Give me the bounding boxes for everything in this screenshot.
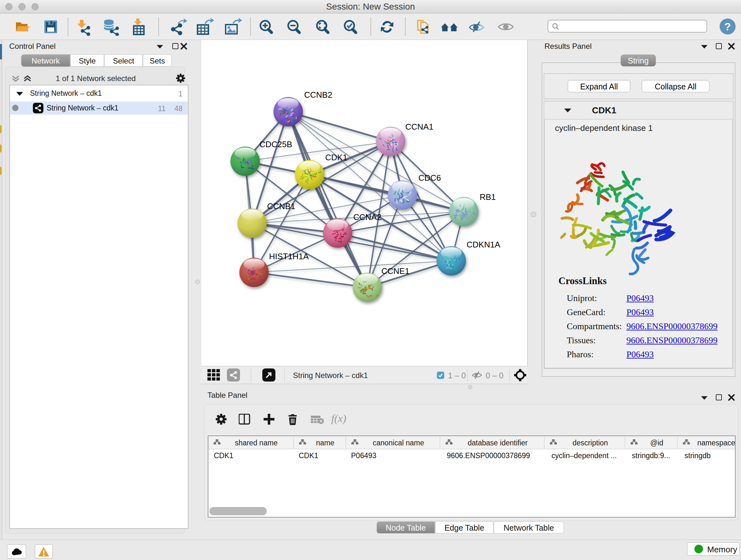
svg-text:CCNB1: CCNB1 [267,201,295,211]
svg-text:RB1: RB1 [480,192,496,202]
svg-text:HIST1H1A: HIST1H1A [269,252,309,261]
svg-text:CDC25B: CDC25B [259,139,292,149]
svg-text:CCNE1: CCNE1 [381,266,409,276]
svg-text:CDC6: CDC6 [418,173,441,183]
svg-text:CDKN1A: CDKN1A [467,240,500,249]
svg-text:CDK1: CDK1 [325,152,347,162]
svg-text:CCNA1: CCNA1 [405,122,433,132]
svg-text:CCNB2: CCNB2 [304,90,332,100]
svg-text:CCNA2: CCNA2 [353,212,381,222]
